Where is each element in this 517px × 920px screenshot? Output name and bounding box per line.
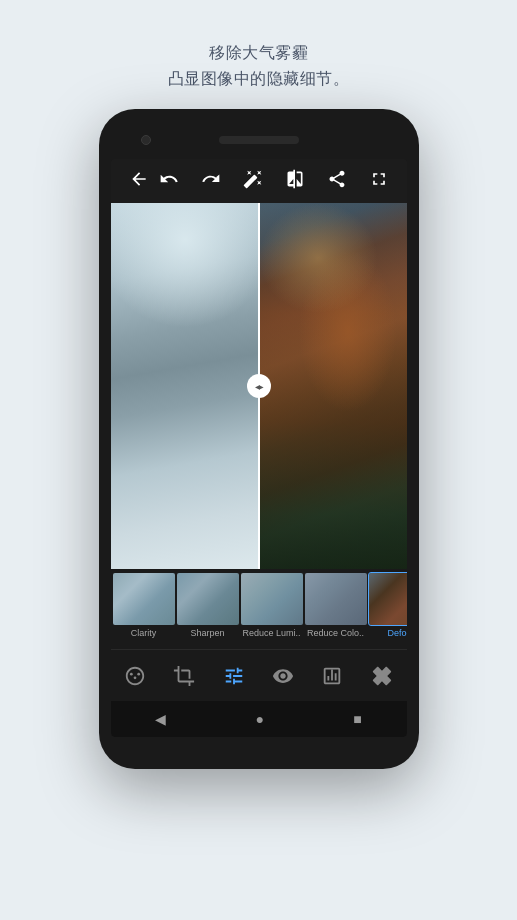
thumbnail-defog-img bbox=[369, 573, 407, 625]
undo-button[interactable] bbox=[155, 169, 183, 194]
svg-point-0 bbox=[130, 672, 133, 675]
phone-screen: Clarity Sharpen Reduce Lumi.. Reduce Col… bbox=[111, 159, 407, 737]
thumbnail-reduce-lumi-label: Reduce Lumi.. bbox=[242, 628, 300, 638]
bottom-nav bbox=[111, 649, 407, 701]
healing-nav-button[interactable] bbox=[364, 658, 400, 694]
android-recent-button[interactable]: ■ bbox=[353, 711, 361, 727]
split-handle[interactable] bbox=[247, 374, 271, 398]
thumbnail-reduce-colo[interactable]: Reduce Colo.. bbox=[305, 573, 367, 645]
thumbnail-reduce-lumi[interactable]: Reduce Lumi.. bbox=[241, 573, 303, 645]
header-line2: 凸显图像中的隐藏细节。 bbox=[168, 66, 350, 92]
thumbnail-defog[interactable]: Defog bbox=[369, 573, 407, 645]
thumbnail-sharpen-img bbox=[177, 573, 239, 625]
toolbar bbox=[111, 159, 407, 203]
adjust-nav-button[interactable] bbox=[216, 658, 252, 694]
thumbnail-reduce-colo-img bbox=[305, 573, 367, 625]
thumbnail-defog-label: Defog bbox=[387, 628, 406, 638]
back-button[interactable] bbox=[125, 169, 153, 194]
phone-speaker bbox=[219, 136, 299, 144]
thumbnail-reduce-colo-label: Reduce Colo.. bbox=[307, 628, 364, 638]
phone-camera bbox=[141, 135, 151, 145]
thumbnail-clarity[interactable]: Clarity bbox=[113, 573, 175, 645]
header-line1: 移除大气雾霾 bbox=[168, 40, 350, 66]
image-after bbox=[259, 203, 407, 569]
toolbar-right-icons bbox=[155, 169, 393, 194]
fullscreen-button[interactable] bbox=[365, 169, 393, 194]
layers-nav-button[interactable] bbox=[314, 658, 350, 694]
preview-nav-button[interactable] bbox=[265, 658, 301, 694]
thumbnail-sharpen-label: Sharpen bbox=[190, 628, 224, 638]
effects-nav-button[interactable] bbox=[117, 658, 153, 694]
android-home-button[interactable]: ● bbox=[256, 711, 264, 727]
android-nav-bar: ◀ ● ■ bbox=[111, 701, 407, 737]
header-description: 移除大气雾霾 凸显图像中的隐藏细节。 bbox=[168, 40, 350, 91]
compare-button[interactable] bbox=[281, 169, 309, 194]
android-back-button[interactable]: ◀ bbox=[155, 711, 166, 727]
crop-nav-button[interactable] bbox=[166, 658, 202, 694]
svg-point-1 bbox=[137, 672, 140, 675]
image-comparison-area[interactable] bbox=[111, 203, 407, 569]
phone-bottom-bezel bbox=[111, 737, 407, 757]
filter-thumbnails-strip: Clarity Sharpen Reduce Lumi.. Reduce Col… bbox=[111, 569, 407, 649]
thumbnail-reduce-lumi-img bbox=[241, 573, 303, 625]
thumbnail-sharpen[interactable]: Sharpen bbox=[177, 573, 239, 645]
split-divider bbox=[258, 203, 260, 569]
phone-device: Clarity Sharpen Reduce Lumi.. Reduce Col… bbox=[99, 109, 419, 769]
thumbnail-clarity-img bbox=[113, 573, 175, 625]
redo-button[interactable] bbox=[197, 169, 225, 194]
thumbnail-clarity-label: Clarity bbox=[131, 628, 157, 638]
phone-top-bezel bbox=[111, 121, 407, 159]
share-button[interactable] bbox=[323, 169, 351, 194]
svg-point-2 bbox=[134, 676, 137, 679]
image-before bbox=[111, 203, 259, 569]
wand-button[interactable] bbox=[239, 169, 267, 194]
